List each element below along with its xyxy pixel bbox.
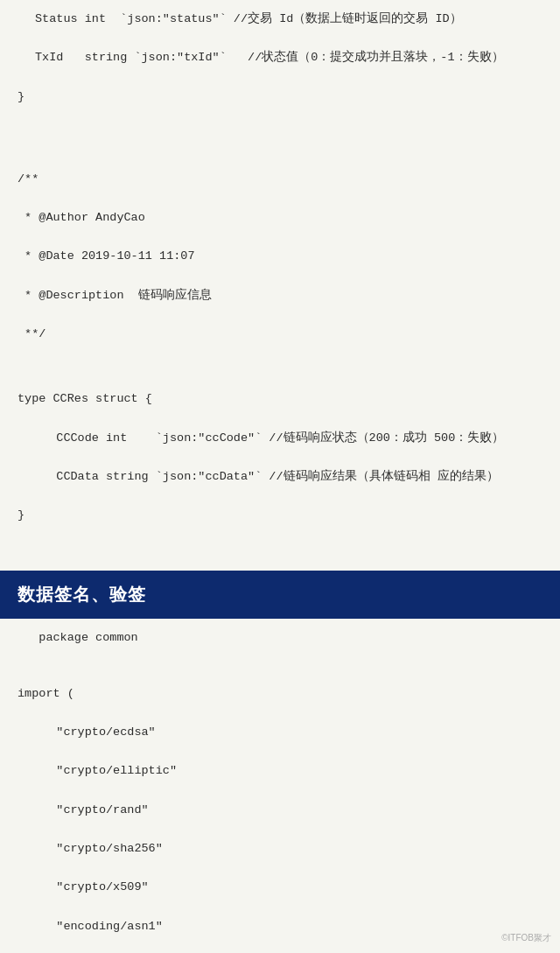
empty-line [18,410,542,428]
code-line-ccdata: CCData string `json:"ccData"` //链码响应结果（具… [18,466,542,487]
empty-line [18,69,542,87]
empty-line [18,648,542,666]
watermark-text: ©ITFOB聚才 [501,932,551,944]
comment-date: * @Date 2019-10-11 11:07 [18,246,542,267]
comment-line-start: /** [18,169,542,190]
empty-line [18,859,542,877]
code-line-struct-def: type CCRes struct { [18,389,542,410]
empty-line [0,143,560,160]
empty-line [18,782,542,800]
code-line-x509: "crypto/x509" [18,877,542,898]
code-section-3: package common import ( "crypto/ecdsa" "… [0,619,560,953]
empty-line [18,821,542,838]
empty-line [18,937,542,953]
code-section-2: type CCRes struct { CCCode int `json:"cc… [0,380,560,543]
empty-line [0,544,560,562]
empty-line [18,743,542,760]
empty-line [18,666,542,683]
comment-author: * @Author AndyCao [18,207,542,228]
code-line-close-brace-2: } [18,505,542,526]
code-line-cccode: CCCode int `json:"ccCode"` //链码响应状态（200：… [18,428,542,449]
empty-line [18,30,542,47]
code-line-ecdsa: "crypto/ecdsa" [18,722,542,743]
code-line-sha256: "crypto/sha256" [18,838,542,859]
empty-line [0,362,560,380]
comment-section: /** * @Author AndyCao * @Date 2019-10-11… [0,160,560,362]
code-section-1: Status int `json:"status"` //交易 Id（数据上链时… [0,0,560,125]
empty-line [18,306,542,324]
code-line-txid: TxId string `json:"txId"` //状态值（0：提交成功并且… [18,47,542,68]
code-line-rand: "crypto/rand" [18,800,542,821]
comment-end: **/ [18,324,542,345]
code-line-status: Status int `json:"status"` //交易 Id（数据上链时… [18,9,542,30]
code-line-elliptic: "crypto/elliptic" [18,760,542,781]
empty-line [18,268,542,285]
empty-line [18,704,542,722]
comment-description: * @Description 链码响应信息 [18,285,542,306]
empty-line [18,899,542,916]
code-line-package: package common [18,627,542,648]
code-line-close-brace-1: } [18,87,542,108]
empty-line [18,228,542,246]
empty-line [18,487,542,505]
code-line-asn1: "encoding/asn1" [18,916,542,937]
empty-line [18,449,542,466]
code-line-import: import ( [18,683,542,704]
section-header-sign: 数据签名、验签 [0,571,560,619]
empty-line [18,190,542,207]
empty-line [0,125,560,143]
